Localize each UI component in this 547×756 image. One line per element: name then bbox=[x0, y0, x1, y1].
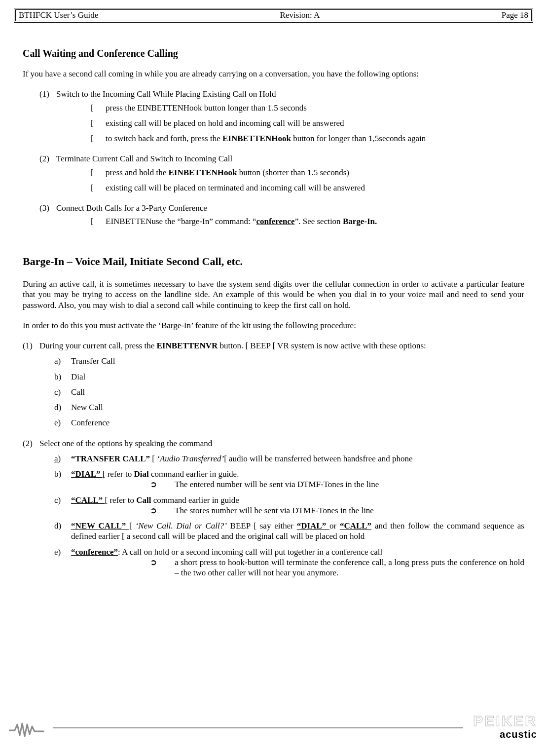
option-2-bullets: press and hold the EINBETTENHook button … bbox=[91, 167, 524, 193]
text-italic: ‘Audio Transferred’ bbox=[157, 454, 224, 463]
cmd-bold-underline: “DIAL” bbox=[297, 521, 329, 530]
arrow-icon: ➲ bbox=[150, 479, 157, 490]
text: During your current call, press the bbox=[39, 341, 156, 350]
text: button. [ BEEP [ VR system is now active… bbox=[218, 341, 426, 350]
cmd-bold-underline: “CALL” bbox=[340, 521, 371, 530]
text-bold: Dial bbox=[134, 469, 148, 479]
bullet-text: ”. See section bbox=[295, 217, 343, 226]
list-item: d) “NEW CALL” [ ‘New Call. Dial or Call?… bbox=[54, 521, 524, 542]
step-2-num: (2) bbox=[23, 438, 33, 449]
list-item: c) “CALL” [ refer to Call command earlie… bbox=[54, 495, 524, 516]
step-1: (1) During your current call, press the … bbox=[23, 340, 524, 428]
bullet-text: EINBETTENuse the “barge-In” command: “ bbox=[106, 217, 256, 226]
header-center: Revision: A bbox=[280, 10, 320, 21]
bullet-bold-underline: conference bbox=[256, 217, 295, 226]
item-text: Dial bbox=[71, 372, 85, 381]
option-3-bullets: EINBETTENuse the “barge-In” command: “co… bbox=[91, 216, 524, 227]
text: [ bbox=[150, 454, 157, 463]
text-bold: EINBETTENVR bbox=[156, 341, 218, 350]
option-1-num: (1) bbox=[39, 89, 49, 99]
item-label: a) bbox=[54, 356, 61, 366]
bullet-bold: EINBETTENHook bbox=[222, 134, 291, 143]
header-left: BTHFCK User’s Guide bbox=[19, 10, 98, 21]
option-3: (3) Connect Both Calls for a 3-Party Con… bbox=[39, 203, 524, 227]
brand-name: PEIKER bbox=[473, 714, 537, 728]
option-1: (1) Switch to the Incoming Call While Pl… bbox=[39, 89, 524, 144]
bullet-bold: Barge-In. bbox=[343, 217, 377, 226]
bullet-text: existing call will be placed on terminat… bbox=[106, 183, 365, 192]
text-bold: Call bbox=[136, 495, 151, 505]
bullet-bold: EINBETTENHook bbox=[168, 168, 237, 177]
sub-note: ➲ The entered number will be sent via DT… bbox=[150, 479, 524, 490]
section-title-barge-in: Barge-In – Voice Mail, Initiate Second C… bbox=[23, 255, 524, 268]
list-item: a)Transfer Call bbox=[54, 356, 524, 366]
option-2: (2) Terminate Current Call and Switch to… bbox=[39, 153, 524, 193]
heartbeat-icon bbox=[9, 720, 53, 737]
item-label: c) bbox=[54, 495, 61, 505]
page-label: Page bbox=[502, 10, 520, 20]
list-item: a) “TRANSFER CALL” [ ‘Audio Transferred’… bbox=[54, 454, 524, 464]
section-title-call-waiting: Call Waiting and Conference Calling bbox=[23, 47, 524, 60]
header-bar: BTHFCK User’s Guide Revision: A Page 18 bbox=[14, 8, 533, 23]
page-num-strike: 18 bbox=[520, 10, 528, 20]
barge-in-para1: During an active call, it is sometimes n… bbox=[23, 279, 524, 310]
cmd-bold-underline: “CALL” bbox=[71, 495, 105, 505]
item-label: e) bbox=[54, 417, 61, 428]
arrow-icon: ➲ bbox=[150, 505, 157, 516]
cmd-bold-underline: “NEW CALL” bbox=[71, 521, 129, 530]
option-2-num: (2) bbox=[39, 153, 49, 164]
item-text: Conference bbox=[71, 418, 109, 427]
step-1-num: (1) bbox=[23, 340, 33, 351]
bullet-text: existing call will be placed on hold and… bbox=[106, 118, 344, 128]
item-label: d) bbox=[54, 402, 61, 413]
barge-in-steps: (1) During your current call, press the … bbox=[23, 340, 524, 578]
step-2-options: a) “TRANSFER CALL” [ ‘Audio Transferred’… bbox=[54, 454, 524, 578]
text: [ bbox=[129, 521, 135, 530]
option-1-text: Switch to the Incoming Call While Placin… bbox=[56, 89, 276, 99]
footer: PEIKER acustic bbox=[0, 714, 547, 743]
item-label: b) bbox=[54, 372, 61, 382]
step-1-text: During your current call, press the EINB… bbox=[39, 341, 426, 350]
step-2: (2) Select one of the options by speakin… bbox=[23, 438, 524, 578]
step-2-text: Select one of the options by speaking th… bbox=[39, 439, 212, 448]
call-waiting-options: (1) Switch to the Incoming Call While Pl… bbox=[39, 89, 524, 227]
cmd-bold-underline: “conference” bbox=[71, 547, 118, 557]
text: [ audio will be transferred between hand… bbox=[224, 454, 412, 463]
sub-note: ➲ a short press to hook-button will term… bbox=[150, 557, 524, 578]
text-italic: ‘New Call. Dial or Call?’ bbox=[136, 521, 227, 530]
footer-rule bbox=[9, 727, 463, 728]
bullet: press the EINBETTENHook button longer th… bbox=[91, 103, 524, 113]
text: [ refer to bbox=[105, 495, 136, 505]
list-item: b)Dial bbox=[54, 372, 524, 382]
bullet: EINBETTENuse the “barge-In” command: “co… bbox=[91, 216, 524, 227]
bullet: to switch back and forth, press the EINB… bbox=[91, 133, 524, 144]
content: Call Waiting and Conference Calling If y… bbox=[14, 23, 533, 578]
item-label: a) bbox=[54, 454, 61, 464]
bullet: existing call will be placed on terminat… bbox=[91, 183, 524, 193]
item-text: New Call bbox=[71, 403, 103, 412]
bullet: existing call will be placed on hold and… bbox=[91, 118, 524, 128]
bullet-text: to switch back and forth, press the bbox=[106, 134, 222, 143]
step-1-options: a)Transfer Call b)Dial c)Call d)New Call… bbox=[54, 356, 524, 428]
item-text: Transfer Call bbox=[71, 356, 115, 366]
page: BTHFCK User’s Guide Revision: A Page 18 … bbox=[0, 0, 547, 756]
item-label: e) bbox=[54, 547, 61, 557]
bullet-text: button for longer than 1,5seconds again bbox=[291, 134, 426, 143]
item-label: c) bbox=[54, 387, 61, 397]
text: : A call on hold or a second incoming ca… bbox=[118, 547, 382, 557]
header-right: Page 18 bbox=[502, 10, 528, 21]
section1-intro: If you have a second call coming in whil… bbox=[23, 69, 524, 79]
bullet-text: press the EINBETTENHook button longer th… bbox=[106, 103, 307, 113]
note-text: The stores number will be sent via DTMF-… bbox=[175, 506, 374, 515]
arrow-icon: ➲ bbox=[150, 557, 157, 567]
item-label: b) bbox=[54, 469, 61, 479]
sub-note: ➲ The stores number will be sent via DTM… bbox=[150, 505, 524, 516]
item-text: Call bbox=[71, 387, 85, 397]
list-item: e) “conference”: A call on hold or a sec… bbox=[54, 547, 524, 578]
text: [ refer to bbox=[103, 469, 134, 479]
bullet: press and hold the EINBETTENHook button … bbox=[91, 167, 524, 178]
text: command earlier in guide bbox=[151, 495, 239, 505]
cmd-bold-underline: “DIAL” bbox=[71, 469, 103, 479]
text: command earlier in guide. bbox=[149, 469, 239, 479]
barge-in-para2: In order to do this you must activate th… bbox=[23, 320, 524, 331]
